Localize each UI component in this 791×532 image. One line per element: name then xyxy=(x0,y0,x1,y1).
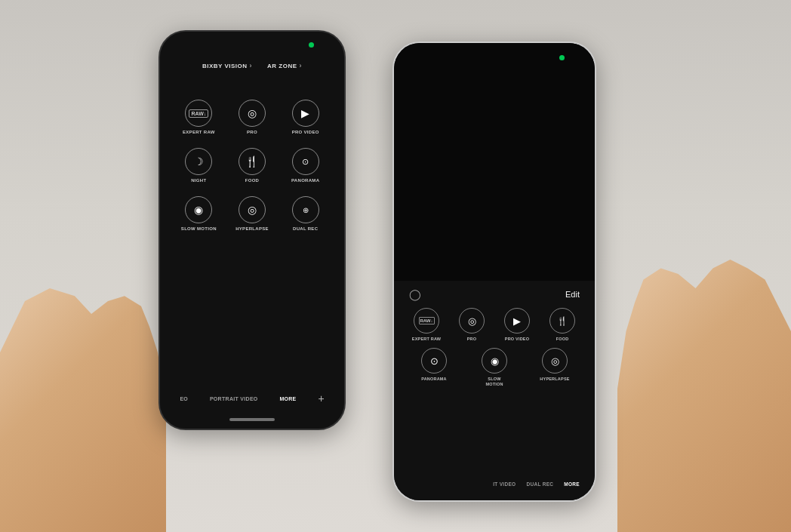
r-mode-panorama[interactable]: ⊙ PANORAMA xyxy=(406,348,462,387)
bixby-vision-label: BIXBY VISION xyxy=(202,63,248,69)
dual-rec-label: DUAL REC xyxy=(293,226,318,231)
pro-video-label: PRO VIDEO xyxy=(292,130,319,134)
pro-video-icon: ▶ xyxy=(292,100,319,127)
right-mode-grid-2: ⊙ PANORAMA ◉ SLOWMOTION ◎ HYPERLAPSE xyxy=(394,345,595,390)
r-hyperlapse-label: HYPERLAPSE xyxy=(540,377,569,382)
panorama-icon: ⊙ xyxy=(292,148,319,175)
night-icon: ☽ xyxy=(185,148,212,175)
r-slow-motion-label: SLOWMOTION xyxy=(485,377,503,387)
expert-raw-icon: RAW↓ xyxy=(185,100,212,127)
screen-right: ◯ Edit RAW↓ EXPERT RAW ◎ PRO xyxy=(394,43,595,500)
r-panorama-label: PANORAMA xyxy=(421,377,447,382)
r-mode-pro-video[interactable]: ▶ PRO VIDEO xyxy=(497,308,537,342)
mode-panorama[interactable]: ⊙ PANORAMA xyxy=(282,148,329,183)
hyperlapse-label: HYPERLAPSE xyxy=(235,226,269,231)
ar-zone-label: AR ZONE xyxy=(267,63,297,69)
r-food-label: FOOD xyxy=(556,337,569,342)
mode-hyperlapse[interactable]: ◎ HYPERLAPSE xyxy=(229,196,276,231)
home-indicator-left xyxy=(229,418,275,421)
food-label: FOOD xyxy=(245,178,260,183)
r-food-icon: 🍴 xyxy=(549,308,575,334)
mode-dual-rec[interactable]: ⊕ DUAL REC xyxy=(282,196,329,231)
r-pro-video-label: PRO VIDEO xyxy=(505,337,529,342)
hyperlapse-icon: ◎ xyxy=(239,196,266,223)
hand-left xyxy=(0,275,166,532)
right-mode-grid-1: RAW↓ EXPERT RAW ◎ PRO ▶ PRO VIDEO 🍴 xyxy=(394,305,595,345)
food-icon: 🍴 xyxy=(239,148,266,175)
r-mode-pro[interactable]: ◎ PRO xyxy=(451,308,492,342)
add-mode-button[interactable]: + xyxy=(318,392,324,404)
mode-slow-motion[interactable]: ◉ SLOW MOTION xyxy=(175,196,223,231)
bottom-bar-left: EO PORTRAIT VIDEO MORE + xyxy=(160,392,344,404)
right-bottom-bar: IT VIDEO DUAL REC MORE xyxy=(394,481,595,487)
panorama-label: PANORAMA xyxy=(291,178,319,183)
eye-icon[interactable]: ◯ xyxy=(409,288,421,300)
slow-motion-label: SLOW MOTION xyxy=(181,226,217,231)
mode-food[interactable]: 🍴 FOOD xyxy=(229,148,276,183)
r-slow-motion-icon: ◉ xyxy=(482,348,507,374)
expert-raw-label: EXPERT RAW xyxy=(183,130,215,134)
screen-left: BIXBY VISION › AR ZONE › RAW↓ EXPERT RAW xyxy=(160,32,344,429)
phone-right: ◯ Edit RAW↓ EXPERT RAW ◎ PRO xyxy=(392,42,596,502)
r-pro-label: PRO xyxy=(467,337,477,342)
edit-button[interactable]: Edit xyxy=(565,290,580,299)
tab-eo[interactable]: EO xyxy=(180,396,188,401)
pro-icon: ◎ xyxy=(239,100,266,127)
r-tab-dual-rec[interactable]: DUAL REC xyxy=(526,481,553,487)
camera-view-right xyxy=(394,43,595,294)
bixby-arrow-icon: › xyxy=(250,62,253,69)
tab-portrait-video[interactable]: PORTRAIT VIDEO xyxy=(210,396,258,401)
night-label: NIGHT xyxy=(191,178,206,183)
ar-arrow-icon: › xyxy=(300,62,303,69)
r-panorama-icon: ⊙ xyxy=(421,348,447,374)
mode-night[interactable]: ☽ NIGHT xyxy=(175,148,223,183)
r-pro-icon: ◎ xyxy=(459,308,485,334)
r-mode-food[interactable]: 🍴 FOOD xyxy=(542,308,583,342)
camera-indicator-left xyxy=(309,42,314,48)
r-mode-slow-motion[interactable]: ◉ SLOWMOTION xyxy=(466,348,522,387)
right-bottom-panel: ◯ Edit RAW↓ EXPERT RAW ◎ PRO xyxy=(394,281,595,500)
surface: BIXBY VISION › AR ZONE › RAW↓ EXPERT RAW xyxy=(0,0,791,532)
edit-row: ◯ Edit xyxy=(394,281,595,305)
mode-pro-video[interactable]: ▶ PRO VIDEO xyxy=(282,100,329,134)
mode-grid-left: RAW↓ EXPERT RAW ◎ PRO ▶ PRO VIDEO ☽ NIGH… xyxy=(160,100,344,231)
tab-more-left[interactable]: MORE xyxy=(279,396,296,401)
ar-zone-menu[interactable]: AR ZONE › xyxy=(267,62,302,69)
dual-rec-icon: ⊕ xyxy=(292,196,319,223)
camera-indicator-right xyxy=(559,55,565,60)
r-tab-it-video[interactable]: IT VIDEO xyxy=(493,481,516,487)
r-hyperlapse-icon: ◎ xyxy=(542,348,568,374)
r-pro-video-icon: ▶ xyxy=(504,308,530,334)
mode-expert-raw[interactable]: RAW↓ EXPERT RAW xyxy=(175,100,223,134)
mode-pro[interactable]: ◎ PRO xyxy=(229,100,276,134)
pro-label: PRO xyxy=(247,130,257,134)
bixby-vision-menu[interactable]: BIXBY VISION › xyxy=(202,62,252,69)
slow-motion-icon: ◉ xyxy=(185,196,212,223)
top-menu-left: BIXBY VISION › AR ZONE › xyxy=(160,62,344,69)
r-expert-raw-icon: RAW↓ xyxy=(414,308,439,334)
hand-right xyxy=(617,245,791,532)
r-expert-raw-label: EXPERT RAW xyxy=(412,337,441,342)
r-tab-more[interactable]: MORE xyxy=(564,481,580,487)
r-mode-hyperlapse[interactable]: ◎ HYPERLAPSE xyxy=(527,348,583,387)
r-mode-expert-raw[interactable]: RAW↓ EXPERT RAW xyxy=(406,308,447,342)
phone-left: BIXBY VISION › AR ZONE › RAW↓ EXPERT RAW xyxy=(159,30,346,430)
